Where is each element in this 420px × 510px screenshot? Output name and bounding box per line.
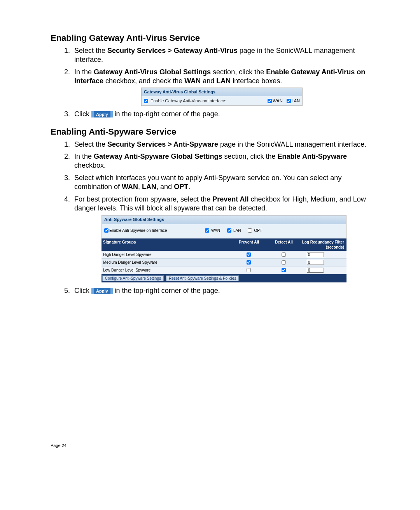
bold: Gateway Anti-Virus Global Settings	[94, 68, 211, 76]
text: page in the SonicWALL management interfa…	[218, 140, 366, 148]
text: In the	[74, 68, 94, 76]
s2-step4: For best protection from spyware, select…	[72, 195, 369, 282]
signature-group-name: Medium Danger Level Spyware	[103, 260, 231, 265]
s1-step2: In the Gateway Anti-Virus Global Setting…	[72, 68, 369, 106]
as-lan-checkbox[interactable]	[227, 228, 231, 233]
gav-lan-checkbox[interactable]	[287, 99, 291, 103]
section1-steps: Select the Security Services > Gateway A…	[51, 46, 369, 119]
bold: WAN	[122, 183, 138, 191]
enable-gav-checkbox[interactable]	[144, 99, 148, 103]
gav-wan[interactable]: WAN	[268, 98, 282, 103]
s2-step2: In the Gateway Anti-Spyware Global Setti…	[72, 152, 369, 170]
detect-all-cell	[266, 260, 301, 265]
bold: Gateway Anti-Spyware Global Settings	[94, 152, 222, 160]
text: Click	[74, 110, 91, 118]
detect-all-checkbox[interactable]	[282, 260, 286, 265]
enable-anti-spyware-checkbox[interactable]	[104, 228, 108, 233]
log-redundancy-input[interactable]	[307, 268, 324, 273]
reset-anti-spyware-button[interactable]: Reset Anti-Spyware Settings & Policies	[166, 275, 239, 281]
log-redundancy-input[interactable]	[307, 252, 324, 257]
s1-step3: Click Apply in the top-right corner of t…	[72, 110, 369, 119]
log-redundancy-cell	[301, 252, 345, 257]
prevent-all-checkbox[interactable]	[247, 260, 251, 265]
gav-global-settings-panel: Gateway Anti-Virus Global Settings Enabl…	[141, 88, 303, 106]
detect-all-checkbox[interactable]	[282, 252, 286, 257]
detect-all-cell	[266, 268, 301, 272]
log-redundancy-cell	[301, 268, 345, 273]
enable-gav-label: Enable Gateway Anti-Virus on Interface:	[150, 98, 226, 103]
prevent-all-cell	[231, 260, 266, 265]
as-panel-header: Anti-Spyware Global Settings	[102, 215, 346, 224]
table-row: High Danger Level Spyware	[102, 251, 346, 259]
text: Click	[74, 287, 91, 294]
as-wan-checkbox[interactable]	[205, 228, 209, 233]
as-enable-row: Enable Anti-Spyware on Interface WAN LAN…	[102, 224, 346, 238]
text: and	[201, 77, 216, 85]
table-row: Low Danger Level Spyware	[102, 266, 346, 274]
label: WAN	[211, 228, 220, 233]
text: .	[188, 183, 190, 191]
apply-button[interactable]: Apply	[91, 288, 113, 294]
s2-step3: Select which interfaces you want to appl…	[72, 174, 369, 192]
bold: LAN	[216, 77, 231, 85]
s2-step1: Select the Security Services > Anti-Spyw…	[72, 140, 369, 149]
text: interface boxes.	[231, 77, 282, 85]
as-buttons-row: Configure Anti-Spyware Settings Reset An…	[102, 274, 346, 282]
col-signature-groups: Signature Groups	[103, 240, 231, 250]
gav-enable-row: Enable Gateway Anti-Virus on Interface: …	[141, 96, 303, 106]
bold: Prevent All	[212, 195, 248, 203]
as-table-body: High Danger Level SpywareMedium Danger L…	[102, 251, 346, 274]
prevent-all-checkbox[interactable]	[247, 252, 251, 257]
text: Select which interfaces you want to appl…	[74, 174, 341, 191]
bold: WAN	[184, 77, 201, 85]
lan-label: LAN	[292, 98, 300, 103]
gav-panel-header: Gateway Anti-Virus Global Settings	[141, 88, 303, 96]
as-table-header: Signature Groups Prevent All Detect All …	[102, 238, 346, 251]
bold-path: Security Services > Gateway Anti-Virus	[107, 47, 238, 54]
col-log-redundancy: Log Redundancy Filter (seconds)	[301, 240, 345, 250]
s2-step5: Click Apply in the top-right corner of t…	[72, 286, 369, 295]
text: checkbox.	[74, 161, 106, 169]
wan-label: WAN	[273, 98, 282, 103]
detect-all-checkbox[interactable]	[282, 268, 286, 272]
page-number: Page 24	[51, 443, 369, 448]
bold: LAN	[142, 183, 156, 191]
text: In the	[74, 152, 94, 160]
enable-anti-spyware-label: Enable Anti-Spyware on Interface	[109, 228, 167, 233]
section2-title: Enabling Anti-Spyware Service	[51, 127, 369, 137]
section2-steps: Select the Security Services > Anti-Spyw…	[51, 140, 369, 295]
text: Select the	[74, 140, 107, 148]
bold: Enable Anti-Spyware	[278, 152, 347, 160]
s1-step1: Select the Security Services > Gateway A…	[72, 46, 369, 65]
col-prevent-all: Prevent All	[231, 240, 266, 250]
as-opt-checkbox[interactable]	[248, 228, 252, 233]
label: OPT	[254, 228, 262, 233]
text: in the top-right corner of the page.	[115, 287, 220, 294]
text: Select the	[74, 47, 107, 54]
log-redundancy-input[interactable]	[307, 260, 324, 265]
prevent-all-checkbox[interactable]	[247, 268, 251, 272]
bold: Security Services > Anti-Spyware	[107, 140, 218, 148]
anti-spyware-global-settings-panel: Anti-Spyware Global Settings Enable Anti…	[102, 215, 346, 282]
gav-lan[interactable]: LAN	[287, 98, 300, 103]
gav-wan-checkbox[interactable]	[268, 99, 272, 103]
prevent-all-cell	[231, 268, 266, 272]
as-opt[interactable]: OPT	[248, 228, 262, 233]
text: section, click the	[211, 68, 266, 76]
label: LAN	[233, 228, 241, 233]
log-redundancy-cell	[301, 260, 345, 265]
apply-button[interactable]: Apply	[91, 111, 113, 117]
col-detect-all: Detect All	[266, 240, 301, 250]
text: in the top-right corner of the page.	[115, 110, 220, 118]
prevent-all-cell	[231, 252, 266, 257]
as-wan[interactable]: WAN	[205, 228, 220, 233]
as-lan[interactable]: LAN	[227, 228, 241, 233]
table-row: Medium Danger Level Spyware	[102, 259, 346, 266]
configure-anti-spyware-button[interactable]: Configure Anti-Spyware Settings	[102, 275, 164, 281]
text: section, click the	[222, 152, 277, 160]
detect-all-cell	[266, 252, 301, 257]
signature-group-name: High Danger Level Spyware	[103, 252, 231, 257]
bold: OPT	[174, 183, 188, 191]
text: checkbox, and check the	[103, 77, 184, 85]
text: , and	[156, 183, 174, 191]
